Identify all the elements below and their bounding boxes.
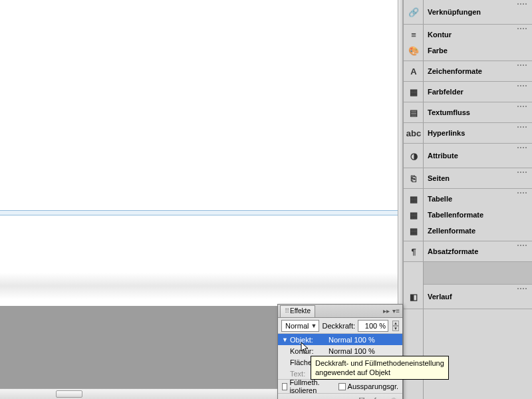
panel-label: Verlauf <box>428 293 452 301</box>
panel-icon: ◧ <box>408 291 420 303</box>
clear-effects-icon[interactable]: ☒ <box>357 396 366 399</box>
page-shadow <box>0 273 403 299</box>
opacity-value: 100 % <box>365 322 386 330</box>
target-label: Kontur: <box>290 347 329 355</box>
knockout-label: Aussparungsgr. <box>348 382 398 390</box>
scroll-thumb[interactable] <box>56 390 82 398</box>
panel-icon: ▤ <box>408 106 420 118</box>
effects-tabbar: ⠿Effekte ▸▸ ▾≡ <box>278 305 402 318</box>
panel-item[interactable]: ▦Tabellenformate <box>404 207 532 223</box>
effects-tab-label: Effekte <box>290 307 311 315</box>
panel-icon: ⎘ <box>408 172 420 184</box>
page-area <box>0 0 403 293</box>
opacity-input[interactable]: 100 % <box>358 320 388 332</box>
opacity-stepper[interactable]: ▲ ▼ <box>392 321 399 331</box>
checkbox-box-icon <box>282 383 287 390</box>
panel-label: Kontur <box>428 31 452 39</box>
panel-item[interactable]: abcHyperlinks <box>404 125 532 141</box>
panel-item[interactable]: ≡Kontur <box>404 27 532 43</box>
panel-icon: ▦ <box>408 209 420 221</box>
panel-label: Zeichenformate <box>428 67 482 75</box>
isolate-blend-label: Füllmeth. isolieren <box>289 378 331 394</box>
effects-target-row[interactable]: Kontur:Normal 100 % <box>278 345 402 356</box>
panel-label: Attribute <box>428 152 458 160</box>
selected-rule-object[interactable] <box>0 210 403 215</box>
target-value: Normal 100 % <box>329 336 375 344</box>
panel-item[interactable]: 🎨Farbe <box>404 43 532 59</box>
panel-dock: 🔗Verknüpfungen≡Kontur🎨FarbeAZeichenforma… <box>403 0 532 399</box>
panel-label: Tabellenformate <box>428 211 483 219</box>
panel-item[interactable]: ◧Verlauf <box>404 287 532 307</box>
panel-label: Textumfluss <box>428 108 470 116</box>
knockout-group-checkbox[interactable]: Aussparungsgr. <box>338 382 398 390</box>
target-label: Objekt: <box>290 336 329 344</box>
tooltip-line1: Deckkraft- und Füllmethodeneinstellung <box>315 359 444 367</box>
panel-item[interactable]: ▤Textumfluss <box>404 104 532 120</box>
panel-label: Zellenformate <box>428 227 475 235</box>
isolate-blending-checkbox[interactable]: Füllmeth. isolieren <box>282 378 332 394</box>
panel-label: Seiten <box>428 174 450 182</box>
disclosure-triangle-icon: ▼ <box>282 336 290 343</box>
panel-icon: abc <box>408 127 420 139</box>
panel-label: Tabelle <box>428 195 452 203</box>
checkbox-box-icon <box>338 383 346 390</box>
panel-icon: 🔗 <box>408 6 420 18</box>
blend-mode-select[interactable]: Normal ▼ <box>281 320 319 332</box>
panel-item[interactable]: ¶Absatzformate <box>404 243 532 259</box>
panel-label: Farbfelder <box>428 88 464 96</box>
panel-item[interactable]: ▦Zellenformate <box>404 223 532 239</box>
tab-grip-icon: ⠿ <box>285 307 288 315</box>
panel-item[interactable]: AZeichenformate <box>404 63 532 79</box>
panel-item[interactable]: ⎘Seiten <box>404 170 532 186</box>
panel-icon: 🎨 <box>408 45 420 57</box>
panel-item[interactable]: ▦Tabelle <box>404 191 532 207</box>
panel-item[interactable]: ▦Farbfelder <box>404 84 532 100</box>
effects-panel: ⠿Effekte ▸▸ ▾≡ Normal ▼ Deckkraft: 100 %… <box>277 304 403 399</box>
panel-icon: ▦ <box>408 193 420 205</box>
blend-mode-value: Normal <box>285 322 309 330</box>
tooltip-line2: angewendet auf Objekt <box>315 368 390 376</box>
chevron-down-icon: ▼ <box>311 323 317 329</box>
panel-label: Hyperlinks <box>428 129 465 137</box>
panel-icon: ◑ <box>408 150 420 162</box>
step-down-icon[interactable]: ▼ <box>392 326 399 331</box>
panel-icon: ▦ <box>408 225 420 237</box>
step-up-icon[interactable]: ▲ <box>392 321 399 326</box>
panel-icon: ≡ <box>408 29 420 41</box>
panel-icon: ¶ <box>408 245 420 257</box>
panel-collapse-icon[interactable]: ▸▸ <box>383 307 390 315</box>
panel-icon: ▦ <box>408 86 420 98</box>
opacity-label: Deckkraft: <box>322 322 355 330</box>
tooltip: Deckkraft- und Füllmethodeneinstellung a… <box>311 356 449 380</box>
fx-menu-icon[interactable]: ƒx. <box>373 396 382 399</box>
panel-icon: A <box>408 65 420 77</box>
panel-label: Absatzformate <box>428 247 478 255</box>
effects-target-row[interactable]: ▼Objekt:Normal 100 % <box>278 334 402 345</box>
trash-icon: 🗑 <box>389 396 398 399</box>
panel-label: Verknüpfungen <box>428 8 481 16</box>
target-value: Normal 100 % <box>329 347 375 355</box>
panel-item[interactable]: 🔗Verknüpfungen <box>404 2 532 22</box>
panel-menu-icon[interactable]: ▾≡ <box>392 307 400 315</box>
panel-label: Farbe <box>428 47 448 55</box>
effects-tab[interactable]: ⠿Effekte <box>280 305 315 317</box>
panel-item[interactable]: ◑Attribute <box>404 146 532 166</box>
